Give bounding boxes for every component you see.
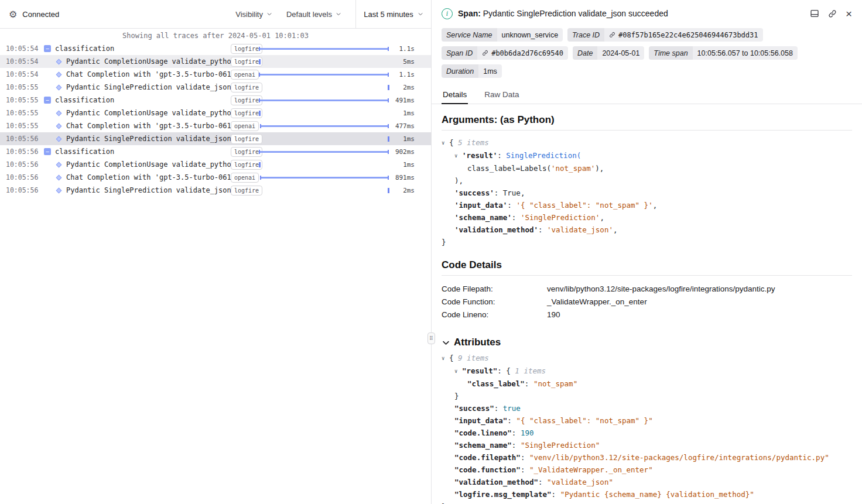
settings-gear-icon[interactable]: ⚙ bbox=[9, 9, 17, 20]
chevron-down-icon[interactable]: ∨ bbox=[442, 352, 449, 365]
trace-row-time: 10:05:54 bbox=[0, 70, 41, 78]
span-duration-bar-track bbox=[259, 158, 389, 171]
badge-value: #b0b6da2d76c69540 bbox=[477, 46, 568, 60]
code-details-table: Code Filepath:venv/lib/python3.12/site-p… bbox=[442, 278, 852, 323]
span-attribute-badge: Date2024-05-01 bbox=[573, 46, 644, 60]
code-line: 'success': True, bbox=[442, 187, 852, 199]
badge-label: Duration bbox=[442, 64, 478, 78]
default-levels-dropdown[interactable]: Default levels bbox=[286, 10, 341, 19]
trace-row[interactable]: 10:05:56−classificationlogfire902ms bbox=[0, 145, 431, 158]
span-duration-bar-track bbox=[259, 94, 389, 107]
trace-row-label: Pydantic CompletionUsage validate_python bbox=[66, 160, 231, 169]
trace-row-time: 10:05:54 bbox=[0, 57, 41, 66]
arguments-code: ∨{ 5 items∨'result': SinglePrediction(cl… bbox=[442, 133, 852, 249]
code-line: "schema_name": "SinglePrediction" bbox=[442, 439, 852, 451]
chevron-down-icon bbox=[418, 11, 423, 17]
trace-row[interactable]: 10:05:55Pydantic SinglePrediction valida… bbox=[0, 81, 431, 94]
badge-label: Date bbox=[573, 46, 597, 60]
detail-tabs: DetailsRaw Data bbox=[432, 85, 862, 104]
time-range-dropdown[interactable]: Last 5 minutes bbox=[355, 0, 431, 28]
badge-value-text: unknown_service bbox=[502, 31, 559, 39]
span-diamond-icon bbox=[56, 59, 62, 64]
scope-tag-badge: logfire bbox=[231, 160, 262, 170]
code-line: ∨{ 5 items bbox=[442, 136, 852, 149]
collapse-minus-icon[interactable]: − bbox=[44, 148, 51, 155]
traces-panel: ⚙ Connected Visibility Default levels La… bbox=[0, 0, 432, 504]
code-line: } bbox=[442, 390, 852, 402]
span-detail-header: i Span: Pydantic SinglePrediction valida… bbox=[432, 0, 862, 27]
trace-row[interactable]: 10:05:56Pydantic SinglePrediction valida… bbox=[0, 132, 431, 145]
attributes-heading-label: Attributes bbox=[454, 337, 501, 348]
span-title: Span: Pydantic SinglePrediction validate… bbox=[458, 9, 668, 18]
trace-row-label: classification bbox=[55, 96, 114, 104]
span-duration-bar bbox=[260, 177, 389, 179]
trace-row-duration: 2ms bbox=[389, 187, 431, 194]
trace-row[interactable]: 10:05:54Chat Completion with 'gpt-3.5-tu… bbox=[0, 68, 431, 81]
trace-row-time: 10:05:56 bbox=[0, 148, 41, 156]
code-line: } bbox=[442, 236, 852, 248]
badge-value-text: 1ms bbox=[483, 67, 497, 76]
trace-row-label: Pydantic CompletionUsage validate_python bbox=[66, 57, 231, 66]
span-duration-bar-track bbox=[259, 55, 389, 68]
link-icon[interactable] bbox=[482, 50, 488, 56]
trace-row-time: 10:05:55 bbox=[0, 96, 41, 104]
code-line: "validation_method": "validate_json" bbox=[442, 476, 852, 488]
trace-row-time: 10:05:55 bbox=[0, 109, 41, 117]
code-line: 'input_data': '{ "class_label": "not_spa… bbox=[442, 199, 852, 211]
dock-panel-icon[interactable] bbox=[810, 9, 819, 18]
chevron-down-icon bbox=[442, 338, 450, 347]
splitter-handle[interactable]: ⠿ bbox=[427, 332, 435, 344]
trace-row-label: Pydantic SinglePrediction validate_json bbox=[66, 83, 231, 91]
code-line: ∨'result': SinglePrediction( bbox=[442, 149, 852, 162]
span-duration-bar-track bbox=[259, 119, 389, 132]
span-duration-bar-track bbox=[259, 171, 389, 184]
trace-row[interactable]: 10:05:54−classificationlogfire1.1s bbox=[0, 42, 431, 55]
code-line: ∨{ 9 items bbox=[442, 352, 852, 365]
trace-list: 10:05:54−classificationlogfire1.1s10:05:… bbox=[0, 42, 431, 197]
close-icon[interactable]: × bbox=[846, 8, 852, 19]
span-diamond-icon bbox=[56, 174, 62, 180]
badge-label: Service Name bbox=[442, 28, 497, 42]
collapse-minus-icon[interactable]: − bbox=[44, 45, 51, 52]
scope-tag-badge: logfire bbox=[231, 95, 262, 105]
span-duration-bar-track bbox=[259, 184, 389, 197]
visibility-dropdown[interactable]: Visibility bbox=[235, 10, 272, 19]
trace-row[interactable]: 10:05:54Pydantic CompletionUsage validat… bbox=[0, 55, 431, 68]
trace-row-duration: 1.1s bbox=[389, 45, 431, 53]
span-duration-bar bbox=[259, 48, 389, 50]
trace-row-label: Pydantic SinglePrediction validate_json bbox=[66, 135, 231, 143]
trace-row[interactable]: 10:05:55Pydantic CompletionUsage validat… bbox=[0, 107, 431, 119]
chevron-down-icon[interactable]: ∨ bbox=[454, 150, 462, 162]
badge-value-text: 10:05:56.057 to 10:05:56.058 bbox=[697, 49, 793, 57]
collapse-minus-icon[interactable]: − bbox=[44, 97, 51, 104]
span-duration-bar-track bbox=[259, 68, 389, 81]
link-icon[interactable] bbox=[609, 32, 615, 38]
link-icon[interactable] bbox=[828, 9, 837, 18]
trace-row-label: Pydantic CompletionUsage validate_python bbox=[66, 109, 231, 117]
attributes-heading[interactable]: Attributes bbox=[442, 337, 852, 348]
span-diamond-icon bbox=[56, 136, 62, 142]
chevron-down-icon bbox=[266, 11, 272, 17]
span-duration-bar-track bbox=[259, 107, 389, 119]
trace-row[interactable]: 10:05:55Chat Completion with 'gpt-3.5-tu… bbox=[0, 119, 431, 132]
code-line: ∨"result": { 1 items bbox=[442, 365, 852, 378]
span-diamond-icon bbox=[56, 110, 62, 116]
trace-row-label: classification bbox=[55, 44, 114, 53]
code-line: } bbox=[442, 500, 852, 504]
code-detail-label: Code Filepath: bbox=[442, 283, 547, 296]
trace-row[interactable]: 10:05:56Pydantic CompletionUsage validat… bbox=[0, 158, 431, 171]
tab-details[interactable]: Details bbox=[442, 85, 468, 104]
chevron-down-icon[interactable]: ∨ bbox=[442, 137, 449, 149]
code-detail-value: _ValidateWrapper._on_enter bbox=[547, 296, 647, 308]
chevron-down-icon[interactable]: ∨ bbox=[454, 365, 462, 378]
trace-row[interactable]: 10:05:55−classificationlogfire491ms bbox=[0, 94, 431, 107]
trace-row[interactable]: 10:05:56Chat Completion with 'gpt-3.5-tu… bbox=[0, 171, 431, 184]
span-duration-bar bbox=[259, 100, 389, 101]
code-detail-value: 190 bbox=[547, 308, 560, 321]
tab-raw-data[interactable]: Raw Data bbox=[483, 85, 520, 104]
span-attribute-badge: Span ID#b0b6da2d76c69540 bbox=[442, 46, 568, 60]
trace-row-label: classification bbox=[55, 148, 114, 156]
span-duration-bar bbox=[388, 188, 389, 193]
detail-header-icons: × bbox=[810, 8, 852, 19]
trace-row[interactable]: 10:05:56Pydantic SinglePrediction valida… bbox=[0, 184, 431, 197]
